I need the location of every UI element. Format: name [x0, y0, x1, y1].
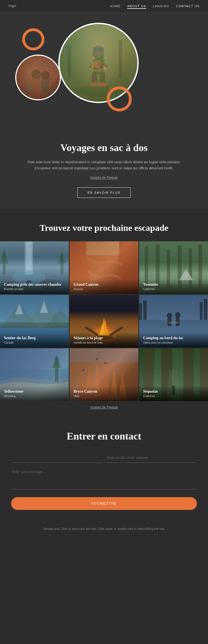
hero-section — [0, 12, 208, 128]
contact-section: Entrer en contact SOUMETTRE — [0, 414, 208, 521]
gallery-item-0[interactable]: Camping près des sources chaudes Prendre… — [0, 241, 69, 294]
gallery-overlay-5: Camping au bord du lac Optez pour un cla… — [139, 333, 208, 347]
gallery-item-1[interactable]: Grand Canyon Arizona — [70, 241, 138, 294]
circles-container — [0, 12, 208, 128]
contact-name-input[interactable] — [11, 453, 102, 463]
gallery-item-4[interactable]: Séjours à la plage Installé au bord de l… — [70, 295, 138, 347]
svg-rect-81 — [70, 349, 138, 362]
svg-rect-21 — [26, 242, 32, 275]
contact-form-row1 — [11, 453, 197, 463]
svg-rect-63 — [200, 302, 202, 320]
gallery-subtitle-0: Prendre un bain — [4, 288, 65, 291]
gallery-overlay-0: Camping près des sources chaudes Prendre… — [0, 279, 69, 294]
svg-rect-33 — [86, 242, 119, 255]
svg-rect-3 — [118, 40, 122, 78]
contact-message-input[interactable] — [11, 467, 197, 489]
logo: logo — [8, 4, 16, 8]
nav-home[interactable]: HOME — [110, 4, 121, 8]
gallery-subtitle-3: Canada — [4, 341, 65, 344]
svg-point-83 — [96, 358, 98, 360]
freepik-link-gallery[interactable]: Images de Freepik — [90, 405, 118, 409]
gallery-item-7[interactable]: Bryce Canyon Utah — [70, 348, 138, 401]
gallery-subtitle-2: Californie — [143, 288, 204, 291]
gallery-title-4: Séjours à la plage — [73, 336, 135, 341]
footer-sample-text: Sample text. Click to select the text bo… — [0, 521, 208, 540]
gallery-subtitle-4: Installé au bord de l'eau — [73, 341, 135, 344]
svg-rect-59 — [139, 295, 208, 320]
nav-links: HOME ABOUT US LANDING CONTACT US — [110, 3, 200, 8]
gallery-subtitle-8: Californie — [143, 395, 204, 398]
orange-ring-topleft — [22, 28, 44, 50]
contact-email-input[interactable] — [106, 453, 197, 463]
learn-more-button[interactable]: EN SAVOIR PLUS — [77, 187, 131, 198]
gallery-item-2[interactable]: Yosemite Californie — [139, 241, 208, 294]
gallery-grid: Camping près des sources chaudes Prendre… — [0, 241, 208, 401]
freepik-link-intro[interactable]: Images de Freepik — [22, 176, 186, 180]
contact-submit-button[interactable]: SOUMETTRE — [11, 497, 197, 510]
nav-contact[interactable]: CONTACT US — [176, 4, 200, 8]
gallery-title-3: Sentier du lac Berg — [4, 336, 65, 341]
gallery-subtitle-6: Wyoming — [4, 395, 65, 398]
gallery-item-5[interactable]: Camping au bord du lac Optez pour un cla… — [139, 295, 208, 347]
gallery-overlay-1: Grand Canyon Arizona — [70, 279, 138, 294]
gallery-title-8: Séquoias — [143, 389, 204, 394]
gallery-overlay-4: Séjours à la plage Installé au bord de l… — [70, 333, 138, 347]
svg-rect-62 — [143, 301, 147, 320]
gallery-title-0: Camping près des sources chaudes — [4, 282, 65, 287]
gallery-title-6: Yellowstone — [4, 389, 65, 394]
gallery-subtitle-5: Optez pour un classique — [143, 341, 204, 344]
gallery-section: Trouvez votre prochaine escapade — [0, 209, 208, 414]
gallery-overlay-3: Sentier du lac Berg Canada — [0, 333, 69, 347]
gallery-item-6[interactable]: Yellowstone Wyoming — [0, 348, 69, 401]
svg-point-9 — [98, 82, 106, 87]
svg-point-84 — [105, 362, 106, 364]
svg-rect-2 — [68, 45, 71, 78]
orange-ring-bottomright — [107, 86, 132, 111]
svg-rect-11 — [93, 48, 104, 51]
svg-point-8 — [90, 82, 98, 87]
gallery-title-1: Grand Canyon — [73, 282, 135, 287]
svg-point-65 — [167, 313, 172, 318]
gallery-title-2: Yosemite — [143, 282, 204, 287]
intro-section: Voyages en sac à dos Duis aute irure dol… — [0, 128, 208, 209]
freepik-link-bottom: Images de Freepik — [0, 401, 208, 414]
gallery-overlay-2: Yosemite Californie — [139, 279, 208, 294]
contact-title: Entrer en contact — [11, 430, 197, 442]
svg-rect-61 — [139, 303, 142, 320]
intro-title: Voyages en sac à dos — [22, 142, 186, 154]
nav-landing[interactable]: LANDING — [153, 4, 169, 8]
gallery-title: Trouvez votre prochaine escapade — [0, 223, 208, 233]
intro-description: Duis aute irure dolor in reprehenderit i… — [22, 159, 186, 171]
nav-about[interactable]: ABOUT US — [127, 4, 146, 9]
svg-point-67 — [175, 312, 181, 318]
svg-point-82 — [83, 369, 84, 371]
hero-secondary-photo — [16, 56, 60, 99]
svg-rect-51 — [0, 323, 69, 328]
gallery-subtitle-1: Arizona — [73, 288, 135, 291]
hero-secondary-image — [15, 55, 61, 100]
gallery-title-5: Camping au bord du lac — [143, 336, 204, 341]
gallery-item-8[interactable]: Séquoias Californie — [139, 348, 208, 401]
svg-rect-5 — [93, 58, 104, 75]
gallery-item-3[interactable]: Sentier du lac Berg Canada — [0, 295, 69, 347]
svg-rect-64 — [204, 299, 207, 320]
navbar: logo HOME ABOUT US LANDING CONTACT US — [0, 0, 208, 12]
gallery-overlay-7: Bryce Canyon Utah — [70, 386, 138, 401]
gallery-overlay-6: Yellowstone Wyoming — [0, 386, 69, 401]
gallery-overlay-8: Séquoias Californie — [139, 386, 208, 401]
gallery-title-7: Bryce Canyon — [73, 389, 135, 394]
gallery-subtitle-7: Utah — [73, 395, 135, 398]
svg-point-69 — [168, 321, 179, 324]
